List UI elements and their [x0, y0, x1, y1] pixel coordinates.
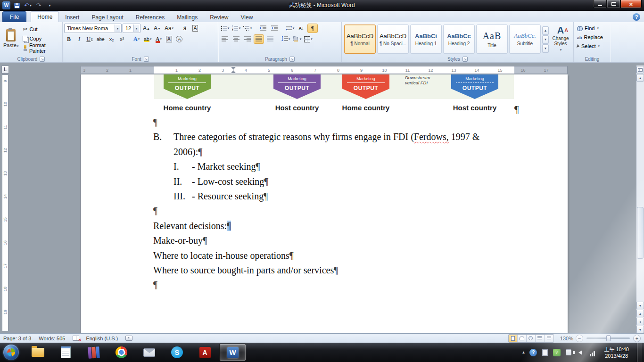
input-indicator-icon[interactable]: [565, 349, 572, 356]
language-indicator[interactable]: English (U.S.): [86, 336, 118, 341]
strikethrough-button[interactable]: abe: [95, 34, 106, 44]
help-button[interactable]: ?: [633, 13, 640, 21]
multilevel-list-button[interactable]: [242, 24, 253, 33]
maximize-button[interactable]: [607, 0, 620, 8]
vertical-ruler[interactable]: 910111213141516171819: [2, 74, 8, 331]
diagram-pentagon[interactable]: Marketing OUTPUT: [342, 74, 389, 99]
font-dialog-launcher[interactable]: [144, 57, 149, 62]
justify-button[interactable]: [254, 34, 264, 44]
browse-object-button[interactable]: ●: [636, 318, 644, 325]
word-count[interactable]: Words: 505: [39, 336, 65, 341]
align-right-button[interactable]: [242, 34, 253, 44]
next-page-button[interactable]: ▼: [636, 326, 644, 333]
text-effects-button[interactable]: A: [132, 34, 141, 44]
align-left-button[interactable]: [220, 34, 230, 44]
grow-font-button[interactable]: A▲: [141, 24, 151, 33]
tab-stop-selector[interactable]: L: [1, 66, 9, 74]
sort-button[interactable]: A↓: [296, 24, 306, 33]
network-icon[interactable]: [588, 349, 596, 356]
web-layout-view-button[interactable]: [527, 335, 536, 342]
taskbar-adobe-reader-button[interactable]: [191, 344, 218, 361]
distribute-button[interactable]: [265, 34, 275, 44]
font-size-combo[interactable]: 12: [123, 24, 140, 33]
character-shading-button[interactable]: A: [164, 34, 173, 44]
hanging-indent-marker[interactable]: [231, 70, 236, 73]
clipboard-dialog-launcher[interactable]: [40, 57, 45, 62]
character-border-button[interactable]: A: [190, 24, 200, 33]
bullets-button[interactable]: [220, 24, 230, 33]
print-layout-view-button[interactable]: [509, 335, 518, 342]
borders-button[interactable]: [303, 34, 314, 44]
styles-scroll-down-button[interactable]: ▼: [542, 35, 549, 44]
highlight-button[interactable]: ab: [142, 34, 153, 44]
zoom-level[interactable]: 130%: [560, 336, 573, 341]
enclose-characters-button[interactable]: A: [174, 34, 184, 44]
scroll-up-button[interactable]: ▲: [636, 74, 644, 82]
tab-mailings[interactable]: Mailings: [171, 12, 204, 22]
font-size-dropdown[interactable]: [133, 25, 139, 32]
first-line-indent-marker[interactable]: [231, 67, 236, 70]
taskbar-explorer-button[interactable]: [25, 344, 51, 361]
undo-button[interactable]: [24, 1, 32, 9]
italic-button[interactable]: I: [74, 34, 84, 44]
customize-qat-button[interactable]: [45, 1, 54, 9]
scrollbar-thumb[interactable]: [637, 207, 644, 259]
redo-button[interactable]: [34, 1, 43, 9]
minimize-button[interactable]: [593, 0, 607, 8]
find-button[interactable]: Find: [575, 24, 609, 33]
select-button[interactable]: Select: [575, 42, 609, 50]
proofing-status-icon[interactable]: [73, 336, 79, 341]
draft-view-button[interactable]: [545, 335, 553, 342]
zoom-out-button[interactable]: −: [576, 335, 583, 342]
styles-more-button[interactable]: ▼: [542, 44, 549, 53]
fdi-diagram[interactable]: Downstream vertical FDI Marketing OUTPUT…: [81, 74, 568, 122]
previous-page-button[interactable]: ▲: [636, 310, 644, 317]
outline-view-button[interactable]: [536, 335, 545, 342]
zoom-slider[interactable]: [586, 337, 630, 339]
styles-dialog-launcher[interactable]: [462, 57, 468, 62]
show-desktop-button[interactable]: [637, 343, 642, 362]
zoom-in-button[interactable]: +: [633, 335, 641, 342]
diagram-pentagon[interactable]: Marketing OUTPUT: [164, 74, 211, 99]
taskbar-clock[interactable]: 上午 10:40 2013/4/28: [604, 346, 629, 359]
paragraph-dialog-launcher[interactable]: [289, 57, 295, 62]
scroll-down-button[interactable]: ▼: [636, 302, 644, 309]
document-tray-icon[interactable]: [541, 349, 549, 356]
document-text[interactable]: ¶ B.Three categories of strategic reason…: [153, 115, 559, 293]
help-tray-icon[interactable]: [529, 349, 537, 356]
font-name-combo[interactable]: Times New Roma: [64, 24, 122, 33]
ruler-toggle-button[interactable]: [636, 66, 644, 74]
zoom-slider-thumb[interactable]: [606, 335, 611, 341]
change-case-button[interactable]: Aa: [163, 24, 175, 33]
subscript-button[interactable]: x₂: [107, 34, 116, 44]
taskbar-notepad-button[interactable]: [52, 344, 79, 361]
tab-references[interactable]: References: [130, 12, 171, 22]
fullscreen-reading-view-button[interactable]: [518, 335, 527, 342]
tab-insert[interactable]: Insert: [59, 12, 85, 22]
tab-view[interactable]: View: [235, 12, 259, 22]
cut-button[interactable]: Cut: [20, 25, 61, 33]
taskbar-winrar-button[interactable]: [80, 344, 107, 361]
styles-scroll-up-button[interactable]: ▲: [542, 26, 549, 35]
volume-icon[interactable]: [577, 349, 584, 356]
tab-page-layout[interactable]: Page Layout: [85, 12, 129, 22]
diagram-pentagon[interactable]: Marketing OUTPUT: [451, 74, 498, 99]
diagram-unit[interactable]: Marketing OUTPUT Home country: [164, 74, 211, 122]
close-button[interactable]: [620, 0, 642, 8]
word-app-icon[interactable]: [2, 1, 10, 9]
diagram-unit[interactable]: Marketing OUTPUT Host country: [273, 74, 321, 122]
underline-button[interactable]: U: [85, 34, 94, 44]
start-button[interactable]: [3, 345, 19, 360]
document-page[interactable]: Downstream vertical FDI Marketing OUTPUT…: [81, 74, 568, 333]
paste-button[interactable]: Paste: [1, 24, 20, 54]
taskbar-word-button[interactable]: [219, 344, 246, 361]
phonetic-guide-button[interactable]: ä: [180, 24, 190, 33]
tab-file[interactable]: File: [2, 11, 26, 22]
asian-layout-button[interactable]: [285, 24, 295, 33]
style-normal[interactable]: AaBbCcD ¶ Normal: [344, 25, 376, 54]
superscript-button[interactable]: x²: [117, 34, 127, 44]
copy-button[interactable]: Copy: [20, 34, 61, 43]
horizontal-ruler[interactable]: 3211234567891011121314151617: [81, 66, 568, 74]
tab-review[interactable]: Review: [204, 12, 234, 22]
increase-indent-button[interactable]: [269, 24, 280, 33]
